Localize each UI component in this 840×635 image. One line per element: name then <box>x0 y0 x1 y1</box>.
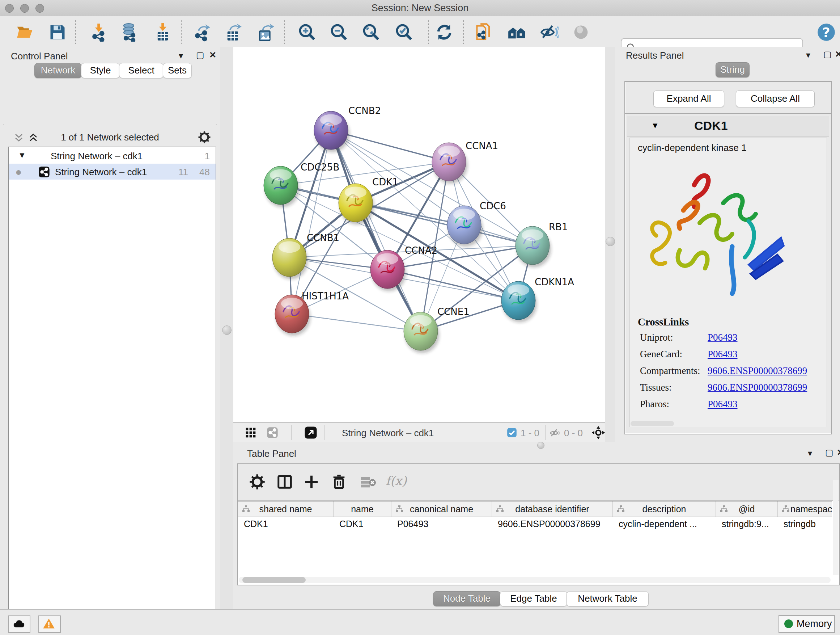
open-in-new-window-icon[interactable] <box>304 426 317 439</box>
tab-network[interactable]: Network <box>34 63 82 78</box>
crosslink-value-link[interactable]: 9606.ENSP00000378699 <box>707 382 807 393</box>
crosslink-value-link[interactable]: P06493 <box>707 332 737 343</box>
save-session-button[interactable] <box>48 23 67 42</box>
zoom-selected-button[interactable] <box>395 23 414 42</box>
node-CCNB1[interactable]: CCNB1 <box>272 233 339 279</box>
column-header-namespace[interactable]: namespace <box>778 501 832 516</box>
table-cell[interactable]: CDK1 <box>333 516 392 531</box>
table-hscrollbar[interactable] <box>239 577 831 583</box>
gene-collapse-icon[interactable]: ▼ <box>651 121 659 130</box>
table-cell[interactable]: stringdb <box>778 516 832 531</box>
tab-string[interactable]: String <box>715 62 750 78</box>
tab-edge-table[interactable]: Edge Table <box>500 591 567 606</box>
network-view-canvas[interactable]: CCNB2CCNA1CDC25BCDK1CDC6RB1CCNB1CCNA2CDK… <box>233 47 605 422</box>
export-network-button[interactable] <box>193 23 211 42</box>
table-cell[interactable]: P06493 <box>392 516 492 531</box>
column-header-description[interactable]: description <box>613 501 716 516</box>
edge-CCNA2-CDKN1A[interactable] <box>387 269 518 301</box>
zoom-in-button[interactable] <box>298 23 317 42</box>
divider-grab-handle[interactable] <box>537 442 545 449</box>
export-image-button[interactable] <box>256 23 275 42</box>
zoom-fit-button[interactable] <box>362 23 381 42</box>
string-network-graph[interactable]: CCNB2CCNA1CDC25BCDK1CDC6RB1CCNB1CCNA2CDK… <box>233 47 605 422</box>
node-CCNA1[interactable]: CCNA1 <box>432 141 498 184</box>
maximize-panel-icon[interactable]: ▢ <box>823 50 832 59</box>
crosslink-value-link[interactable]: P06493 <box>707 399 737 410</box>
show-columns-icon[interactable] <box>276 473 293 490</box>
tab-select[interactable]: Select <box>119 63 164 78</box>
tab-style[interactable]: Style <box>81 63 120 78</box>
import-table-file-button[interactable] <box>154 23 172 42</box>
collapse-all-button[interactable]: Collapse All <box>736 90 815 107</box>
collection-expand-icon[interactable]: ▼ <box>18 150 26 160</box>
home-button[interactable] <box>508 23 526 42</box>
show-all-button[interactable] <box>572 23 591 42</box>
network-collection-row[interactable]: ▼ String Network – cdk1 1 <box>9 148 216 164</box>
column-header-canonical-name[interactable]: canonical name <box>392 501 492 516</box>
tab-network-table[interactable]: Network Table <box>567 591 649 606</box>
panel-divider-right[interactable] <box>605 47 616 442</box>
float-panel-icon[interactable]: ▾ <box>808 449 812 458</box>
close-panel-icon[interactable]: ✕ <box>837 448 840 457</box>
edge-CCNB2-HIST1H1A[interactable] <box>292 130 331 314</box>
crosslink-value-link[interactable]: P06493 <box>707 348 737 360</box>
table-cell[interactable]: stringdb:9... <box>716 516 778 531</box>
divider-grab-handle[interactable] <box>222 325 232 335</box>
fit-content-crosshair-icon[interactable] <box>592 426 605 440</box>
column-header-name[interactable]: name <box>333 501 392 516</box>
panel-divider[interactable] <box>220 47 233 609</box>
table-vscrollbar[interactable] <box>833 480 838 575</box>
tab-node-table[interactable]: Node Table <box>433 591 501 606</box>
node-RB1[interactable]: RB1 <box>515 222 568 267</box>
refresh-button[interactable] <box>435 23 454 42</box>
node-CDKN1A[interactable]: CDKN1A <box>501 277 574 322</box>
birds-eye-grid-icon[interactable] <box>245 427 256 439</box>
node-CDC6[interactable]: CDC6 <box>447 201 506 247</box>
import-network-file-button[interactable] <box>90 23 109 42</box>
node-label-CCNE1: CCNE1 <box>437 306 470 317</box>
selected-checkbox-icon[interactable] <box>507 428 517 438</box>
column-header--id[interactable]: @id <box>716 501 778 516</box>
export-table-button[interactable] <box>224 23 243 42</box>
close-panel-icon[interactable]: ✕ <box>835 50 840 59</box>
add-column-icon[interactable] <box>303 473 320 490</box>
delete-column-icon[interactable] <box>331 473 347 490</box>
table-gear-icon[interactable] <box>249 473 265 490</box>
expand-all-networks-icon[interactable] <box>28 132 39 143</box>
results-hscroll-thumb[interactable] <box>630 421 674 426</box>
warning-status-button[interactable] <box>38 616 61 633</box>
clone-network-button[interactable] <box>475 23 494 42</box>
gene-header-row[interactable]: ▼ CDK1 <box>627 116 829 136</box>
cloud-status-button[interactable] <box>8 616 30 633</box>
column-header-shared-name[interactable]: shared name <box>238 501 333 516</box>
close-panel-icon[interactable]: ✕ <box>209 51 216 59</box>
crosslink-value-link[interactable]: 9606.ENSP00000378699 <box>707 365 807 377</box>
maximize-panel-icon[interactable]: ▢ <box>196 51 204 59</box>
gear-icon[interactable] <box>198 131 211 144</box>
network-share-icon-gray[interactable] <box>267 427 278 439</box>
import-network-database-button[interactable] <box>120 23 139 42</box>
column-header-database-identifier[interactable]: database identifier <box>492 501 613 516</box>
collapse-all-networks-icon[interactable] <box>13 132 24 143</box>
table-hscroll-thumb[interactable] <box>242 577 306 583</box>
float-panel-icon[interactable]: ▾ <box>179 51 183 60</box>
table-cell[interactable]: CDK1 <box>238 516 333 531</box>
table-cell[interactable]: cyclin-dependent ... <box>613 516 716 531</box>
node-CDK1[interactable]: CDK1 <box>339 177 398 225</box>
network-row-selected[interactable]: ● String Network – cdk1 11 48 <box>9 164 216 180</box>
open-session-button[interactable] <box>16 23 34 42</box>
tab-sets[interactable]: Sets <box>163 63 192 78</box>
node-HIST1H1A[interactable]: HIST1H1A <box>275 291 349 336</box>
divider-grab-handle[interactable] <box>606 237 615 246</box>
table-cell[interactable]: 9606.ENSP00000378699 <box>492 516 613 531</box>
float-panel-icon[interactable]: ▾ <box>806 51 810 59</box>
edge-HIST1H1A-CCNE1[interactable] <box>292 314 421 331</box>
zoom-out-button[interactable] <box>330 23 348 42</box>
help-button[interactable]: ? <box>817 23 836 42</box>
node-CCNE1[interactable]: CCNE1 <box>404 306 470 353</box>
memory-button[interactable]: Memory <box>778 615 835 633</box>
hide-selected-button[interactable] <box>540 23 559 42</box>
expand-all-button[interactable]: Expand All <box>653 90 724 107</box>
node-CDC25B[interactable]: CDC25B <box>264 162 339 207</box>
maximize-panel-icon[interactable]: ▢ <box>825 448 834 457</box>
